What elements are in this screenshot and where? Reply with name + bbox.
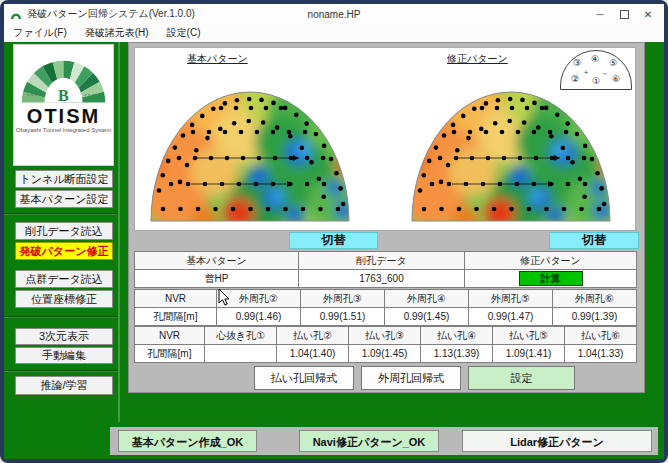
title-bar: 発破パターン回帰システム(Ver.1.0.0) noname.HP ─ ✕ bbox=[4, 4, 664, 24]
switch-button-left[interactable]: 切替 bbox=[289, 232, 378, 249]
menu-blast-spec-table[interactable]: 発破諸元表(H) bbox=[76, 24, 158, 42]
window-title: 発破パターン回帰システム(Ver.1.0.0) bbox=[27, 7, 195, 21]
menu-file[interactable]: ファイル(F) bbox=[4, 24, 76, 42]
relief-hole-5-header: 払い孔⑤ bbox=[493, 327, 565, 345]
svg-text:B: B bbox=[58, 87, 69, 104]
col-drill-data: 削孔データ bbox=[299, 252, 465, 270]
cut-hole-1-header: 心抜き孔① bbox=[205, 327, 277, 345]
logo-title: OTISM bbox=[27, 106, 100, 126]
menu-bar: ファイル(F) 発破諸元表(H) 設定(C) bbox=[4, 24, 664, 42]
relief-hole-3-header: 払い孔③ bbox=[349, 327, 421, 345]
maximize-icon[interactable] bbox=[612, 4, 636, 24]
sidebar-divider bbox=[4, 370, 120, 372]
legend-region-3: ③ bbox=[573, 59, 581, 68]
base-pattern-heatmap bbox=[147, 80, 353, 226]
relief-hole-2-value: 1.04(1.40) bbox=[277, 345, 349, 363]
outer-hole-4-value: 0.99(1.45) bbox=[385, 308, 469, 326]
outer-hole-2-header: 外周孔② bbox=[217, 290, 301, 308]
base-pattern-value: 普HP bbox=[135, 270, 299, 288]
sidebar-item-tunnel-section-setting[interactable]: トンネル断面設定 bbox=[15, 170, 113, 188]
drill-data-value: 1763_600 bbox=[299, 270, 465, 288]
outer-hole-6-header: 外周孔⑥ bbox=[553, 290, 637, 308]
switch-button-right[interactable]: 切替 bbox=[549, 232, 639, 249]
nvr-outer-table: NVR 外周孔② 外周孔③ 外周孔④ 外周孔⑤ 外周孔⑥ 孔間隔[m] 0.99… bbox=[134, 289, 637, 326]
legend-region-4: ④ bbox=[591, 55, 599, 64]
outer-hole-3-header: 外周孔③ bbox=[301, 290, 385, 308]
sidebar: B OTISM Obayashi Tunnel Integrated Syste… bbox=[4, 42, 124, 459]
menu-settings[interactable]: 設定(C) bbox=[158, 24, 210, 42]
relief-hole-4-value: 1.13(1.39) bbox=[421, 345, 493, 363]
relief-hole-2-header: 払い孔② bbox=[277, 327, 349, 345]
legend-region-5: ⑤ bbox=[609, 59, 617, 68]
sidebar-item-base-pattern-setting[interactable]: 基本パターン設定 bbox=[15, 190, 113, 208]
sidebar-item-position-correct[interactable]: 位置座標修正 bbox=[15, 290, 113, 308]
outer-hole-5-value: 0.99(1.47) bbox=[469, 308, 553, 326]
close-icon[interactable]: ✕ bbox=[636, 4, 660, 24]
outer-hole-4-header: 外周孔④ bbox=[385, 290, 469, 308]
relief-hole-6-header: 払い孔⑥ bbox=[565, 327, 637, 345]
minimize-icon[interactable]: ─ bbox=[588, 4, 612, 24]
sidebar-divider bbox=[4, 213, 120, 215]
relief-hole-5-value: 1.09(1.41) bbox=[493, 345, 565, 363]
sidebar-item-3d-view[interactable]: 3次元表示 bbox=[15, 328, 113, 345]
base-pattern-label: 基本パターン bbox=[187, 52, 248, 66]
status-lidar-modified-pattern[interactable]: Lidar修正パターン bbox=[462, 430, 652, 452]
nvr-header: NVR bbox=[135, 327, 205, 345]
outer-hole-5-header: 外周孔⑤ bbox=[469, 290, 553, 308]
sidebar-separator-line bbox=[118, 42, 120, 422]
hole-spacing-label: 孔間隔[m] bbox=[135, 345, 205, 363]
outer-hole-6-value: 0.99(1.39) bbox=[553, 308, 637, 326]
logo-subtitle: Obayashi Tunnel Integrated System bbox=[16, 127, 111, 133]
outer-hole-3-value: 0.99(1.51) bbox=[301, 308, 385, 326]
settings-button[interactable]: 設定 bbox=[468, 366, 575, 390]
legend-plus-mark: + bbox=[584, 68, 588, 77]
hole-spacing-label: 孔間隔[m] bbox=[135, 308, 217, 326]
nvr-payload-table: NVR 心抜き孔① 払い孔② 払い孔③ 払い孔④ 払い孔⑤ 払い孔⑥ 孔間隔[m… bbox=[134, 326, 637, 363]
sidebar-item-drill-data-load[interactable]: 削孔データ読込 bbox=[15, 222, 113, 240]
nvr-header: NVR bbox=[135, 290, 217, 308]
legend-arrow-mark: → bbox=[601, 68, 608, 77]
calc-button[interactable]: 計算 bbox=[519, 271, 583, 286]
window-inner: 発破パターン回帰システム(Ver.1.0.0) noname.HP ─ ✕ ファ… bbox=[4, 4, 664, 459]
app-icon bbox=[10, 8, 22, 20]
status-bar: 基本パターン作成_OK Navi修正パターン_OK Lidar修正パターン bbox=[110, 427, 658, 455]
otism-logo: B OTISM Obayashi Tunnel Integrated Syste… bbox=[13, 44, 114, 166]
sidebar-item-pointcloud-load[interactable]: 点群データ読込 bbox=[15, 270, 113, 288]
status-base-pattern-created[interactable]: 基本パターン作成_OK bbox=[118, 430, 257, 452]
app-window: 発破パターン回帰システム(Ver.1.0.0) noname.HP ─ ✕ ファ… bbox=[0, 0, 668, 463]
sidebar-item-manual-edit[interactable]: 手動編集 bbox=[15, 347, 113, 364]
relief-hole-3-value: 1.09(1.45) bbox=[349, 345, 421, 363]
pattern-chart-area: 基本パターン 修正パターン ③ ④ ⑤ ② ① ⑥ + → bbox=[134, 47, 636, 231]
col-base-pattern: 基本パターン bbox=[135, 252, 299, 270]
relief-hole-6-value: 1.04(1.33) bbox=[565, 345, 637, 363]
modified-pattern-heatmap bbox=[408, 80, 614, 226]
logo-fan-icon: B bbox=[16, 45, 111, 105]
status-navi-modified-pattern[interactable]: Navi修正パターン_OK bbox=[299, 430, 439, 452]
relief-hole-4-header: 払い孔④ bbox=[421, 327, 493, 345]
outer-hole-regression-button[interactable]: 外周孔回帰式 bbox=[361, 366, 461, 390]
window-controls: ─ ✕ bbox=[588, 4, 660, 24]
pattern-summary-table: 基本パターン 削孔データ 修正パターン 普HP 1763_600 計算 bbox=[134, 251, 637, 288]
relief-hole-regression-button[interactable]: 払い孔回帰式 bbox=[254, 366, 354, 390]
cut-hole-1-value bbox=[205, 345, 277, 363]
content-area: B OTISM Obayashi Tunnel Integrated Syste… bbox=[4, 42, 664, 459]
sidebar-item-inference-learning[interactable]: 推論/学習 bbox=[15, 376, 113, 395]
modified-pattern-cell: 計算 bbox=[465, 270, 637, 288]
col-modified-pattern: 修正パターン bbox=[465, 252, 637, 270]
outer-hole-2-value: 0.99(1.46) bbox=[217, 308, 301, 326]
main-panel: 基本パターン 修正パターン ③ ④ ⑤ ② ① ⑥ + → bbox=[128, 42, 645, 393]
modified-pattern-label: 修正パターン bbox=[447, 52, 508, 66]
sidebar-item-blast-pattern-correct[interactable]: 発破パターン修正 bbox=[15, 242, 113, 260]
sidebar-divider bbox=[4, 316, 120, 318]
